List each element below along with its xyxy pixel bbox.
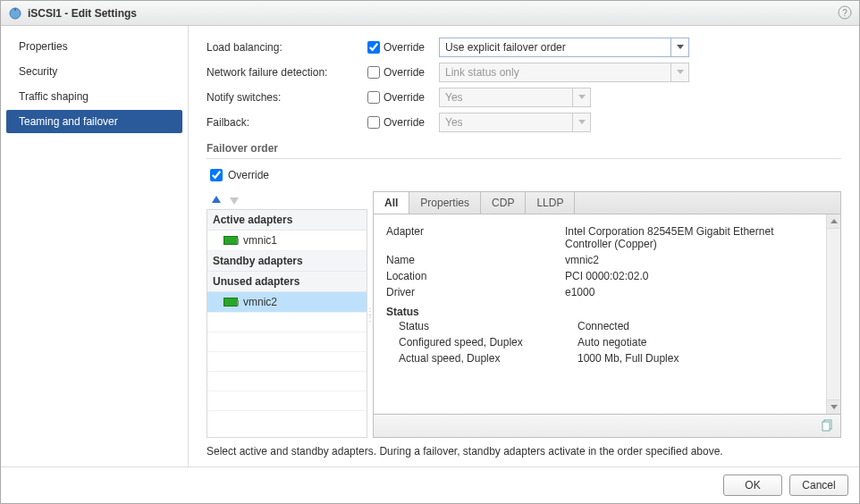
svg-rect-13 [822,422,830,431]
override-network-failure-checkbox[interactable] [367,66,380,79]
main-panel: Load balancing: Override Use explicit fa… [189,26,859,466]
sidebar: Properties Security Traffic shaping Team… [1,26,189,466]
dialog-body: Properties Security Traffic shaping Team… [1,26,859,466]
select-failback-value: Yes [445,116,463,129]
override-failback-checkbox[interactable] [367,116,380,129]
override-network-failure[interactable]: Override [367,66,439,79]
tab-lldp[interactable]: LLDP [526,192,575,214]
v-location: PCI 0000:02:02.0 [565,270,814,282]
svg-marker-11 [830,405,838,409]
svg-text:?: ? [842,8,847,18]
select-notify-switches: Yes [439,88,591,107]
label-network-failure: Network failure detection: [207,66,367,79]
nic-icon [223,236,238,245]
button-bar: OK Cancel [1,466,859,503]
v-adapter: Intel Corporation 82545EM Gigabit Ethern… [565,225,814,250]
k-conf-speed: Configured speed, Duplex [399,336,578,349]
override-text: Override [384,41,425,54]
move-up-button[interactable] [210,194,223,206]
move-down-button[interactable] [228,194,240,206]
sidebar-item-security[interactable]: Security [6,60,182,83]
chevron-down-icon [572,113,590,131]
row-failback: Failback: Override Yes [207,110,841,135]
section-failover-order: Failover order [207,142,841,159]
failover-body: Override Active adapters vmnic1 [207,159,841,461]
svg-marker-4 [677,45,684,49]
svg-marker-7 [578,120,586,124]
adapter-name: vmnic2 [243,296,277,308]
v-name: vmnic2 [565,254,814,266]
failover-override-checkbox[interactable] [210,169,223,181]
scroll-down-icon[interactable] [827,399,840,414]
k-adapter: Adapter [386,225,565,250]
svg-marker-10 [830,219,838,223]
row-notify-switches: Notify switches: Override Yes [207,85,841,110]
adapter-name: vmnic1 [243,234,277,247]
detail-panel: AdapterIntel Corporation 82545EM Gigabit… [373,214,841,415]
detail-tabs: All Properties CDP LLDP [373,191,841,214]
select-load-balancing[interactable]: Use explicit failover order [439,38,689,57]
titlebar: iSCSI1 - Edit Settings ? [1,1,859,26]
adapter-list: Active adapters vmnic1 Standby adapters … [207,209,367,438]
chevron-down-icon [572,88,590,106]
ok-button[interactable]: OK [723,475,782,496]
scrollbar[interactable] [826,214,840,414]
chevron-down-icon [670,63,688,81]
k-location: Location [386,270,565,282]
v-act-speed: 1000 Mb, Full Duplex [578,352,814,365]
list-item [207,313,367,332]
list-item [207,372,367,391]
reorder-controls [207,191,367,209]
override-failback[interactable]: Override [367,116,439,129]
detail-footer [373,415,841,438]
override-load-balancing-checkbox[interactable] [367,41,380,54]
override-text: Override [384,91,425,104]
group-standby-adapters: Standby adapters [207,251,367,272]
k-status: Status [399,320,578,332]
v-status: Connected [578,320,814,332]
svg-marker-9 [230,197,239,205]
scroll-up-icon[interactable] [827,214,840,229]
adapter-item-vmnic2[interactable]: vmnic2 [207,292,367,313]
copy-icon[interactable] [821,418,835,433]
cancel-button[interactable]: Cancel [789,475,848,496]
sidebar-item-traffic-shaping[interactable]: Traffic shaping [6,85,182,108]
svg-marker-6 [578,95,586,99]
failover-override[interactable]: Override [207,159,841,191]
app-icon [8,6,22,21]
v-conf-speed: Auto negotiate [578,336,814,349]
override-text: Override [228,169,269,181]
status-heading: Status [386,306,814,318]
row-network-failure: Network failure detection: Override Link… [207,60,841,85]
adapter-item-vmnic1[interactable]: vmnic1 [207,231,367,251]
k-driver: Driver [386,286,565,298]
tab-all[interactable]: All [374,192,409,214]
select-network-failure: Link status only [439,63,689,82]
k-name: Name [386,254,565,266]
label-notify-switches: Notify switches: [207,91,367,104]
edit-settings-dialog: iSCSI1 - Edit Settings ? Properties Secu… [0,0,860,504]
tab-cdp[interactable]: CDP [481,192,526,214]
adapter-column: Active adapters vmnic1 Standby adapters … [207,191,367,438]
list-item [207,352,367,372]
help-icon[interactable]: ? [838,5,852,20]
override-text: Override [384,66,425,79]
sidebar-item-properties[interactable]: Properties [6,35,182,58]
tab-properties[interactable]: Properties [409,192,481,214]
label-load-balancing: Load balancing: [207,41,367,54]
row-load-balancing: Load balancing: Override Use explicit fa… [207,35,841,60]
list-item [207,391,367,411]
svg-marker-8 [212,196,221,203]
list-item [207,332,367,352]
group-unused-adapters: Unused adapters [207,272,367,292]
sidebar-item-teaming-failover[interactable]: Teaming and failover [6,110,182,133]
k-act-speed: Actual speed, Duplex [399,352,578,365]
override-load-balancing[interactable]: Override [367,41,439,54]
svg-marker-5 [677,70,684,74]
select-notify-switches-value: Yes [445,91,463,104]
override-notify-switches[interactable]: Override [367,91,439,104]
select-load-balancing-value: Use explicit failover order [445,41,566,54]
v-driver: e1000 [565,286,814,298]
override-notify-switches-checkbox[interactable] [367,91,380,104]
select-network-failure-value: Link status only [445,66,519,79]
